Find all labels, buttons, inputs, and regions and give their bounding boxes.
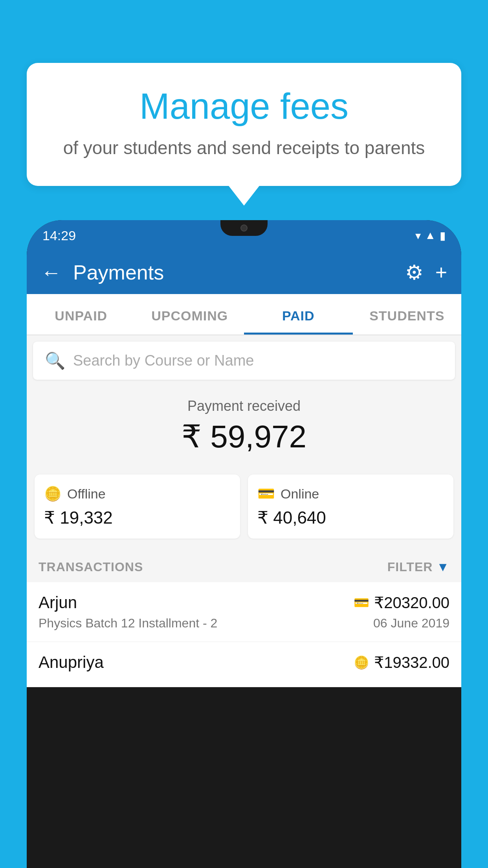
offline-payment-icon: 🪙: [354, 655, 369, 670]
status-time: 14:29: [42, 228, 76, 243]
offline-icon: 🪙: [44, 485, 62, 502]
transaction-item[interactable]: Arjun 💳 ₹20320.00 Physics Batch 12 Insta…: [27, 582, 461, 642]
wifi-icon: ▾: [415, 229, 421, 242]
transaction-name: Anupriya: [39, 653, 104, 672]
offline-card-header: 🪙 Offline: [44, 485, 231, 502]
transaction-item[interactable]: Anupriya 🪙 ₹19332.00: [27, 642, 461, 687]
search-bar[interactable]: 🔍 Search by Course or Name: [33, 342, 455, 380]
app-bar: ← Payments ⚙ +: [27, 251, 461, 294]
app-bar-title: Payments: [73, 261, 393, 284]
add-icon[interactable]: +: [435, 261, 447, 284]
offline-card: 🪙 Offline ₹ 19,332: [35, 474, 240, 539]
status-icons: ▾ ▲ ▮: [415, 229, 446, 242]
status-bar: 14:29 ▾ ▲ ▮: [27, 220, 461, 251]
online-card-header: 💳 Online: [257, 485, 444, 502]
filter-label: FILTER: [387, 560, 433, 574]
tab-unpaid[interactable]: UNPAID: [27, 294, 136, 335]
offline-label: Offline: [67, 486, 106, 502]
payment-summary: Payment received ₹ 59,972: [27, 386, 461, 474]
search-icon: 🔍: [45, 351, 65, 370]
transactions-header: TRANSACTIONS FILTER ▼: [27, 550, 461, 582]
offline-amount: ₹ 19,332: [44, 508, 231, 528]
phone-notch: [220, 220, 268, 236]
bubble-subtitle: of your students and send receipts to pa…: [42, 137, 446, 158]
transactions-label: TRANSACTIONS: [39, 560, 143, 574]
transaction-amount-wrap: 💳 ₹20320.00: [354, 594, 449, 612]
transaction-amount: ₹19332.00: [374, 653, 449, 671]
payment-received-label: Payment received: [39, 398, 449, 414]
app-bar-actions: ⚙ +: [405, 261, 447, 284]
online-card: 💳 Online ₹ 40,640: [248, 474, 453, 539]
signal-icon: ▲: [425, 229, 436, 242]
online-amount: ₹ 40,640: [257, 508, 444, 528]
settings-icon[interactable]: ⚙: [405, 261, 424, 284]
tab-bar: UNPAID UPCOMING PAID STUDENTS: [27, 294, 461, 335]
phone-screen: 🔍 Search by Course or Name Payment recei…: [27, 335, 461, 687]
transaction-amount-wrap: 🪙 ₹19332.00: [354, 653, 449, 671]
transaction-date: 06 June 2019: [373, 616, 449, 631]
transaction-row2: Physics Batch 12 Installment - 2 06 June…: [39, 616, 449, 631]
speech-bubble: Manage fees of your students and send re…: [27, 63, 461, 186]
transaction-amount: ₹20320.00: [374, 594, 449, 612]
battery-icon: ▮: [440, 229, 446, 242]
online-icon: 💳: [257, 485, 275, 502]
phone-frame: 14:29 ▾ ▲ ▮ ← Payments ⚙ + UNPAID UPCOMI…: [27, 220, 461, 868]
online-label: Online: [281, 486, 319, 502]
tab-upcoming[interactable]: UPCOMING: [136, 294, 244, 335]
tab-students[interactable]: STUDENTS: [353, 294, 462, 335]
transaction-course: Physics Batch 12 Installment - 2: [39, 616, 217, 631]
camera-dot: [240, 224, 248, 232]
transaction-name: Arjun: [39, 593, 77, 612]
payment-total-amount: ₹ 59,972: [39, 418, 449, 455]
transaction-row1: Arjun 💳 ₹20320.00: [39, 593, 449, 612]
back-button[interactable]: ←: [41, 261, 61, 284]
transaction-row1: Anupriya 🪙 ₹19332.00: [39, 653, 449, 672]
online-payment-icon: 💳: [354, 595, 369, 610]
filter-icon: ▼: [437, 560, 449, 574]
search-input[interactable]: Search by Course or Name: [73, 352, 254, 369]
payment-cards: 🪙 Offline ₹ 19,332 💳 Online ₹ 40,640: [27, 474, 461, 550]
tab-paid[interactable]: PAID: [244, 294, 353, 335]
filter-button[interactable]: FILTER ▼: [387, 560, 449, 574]
bubble-title: Manage fees: [42, 86, 446, 126]
